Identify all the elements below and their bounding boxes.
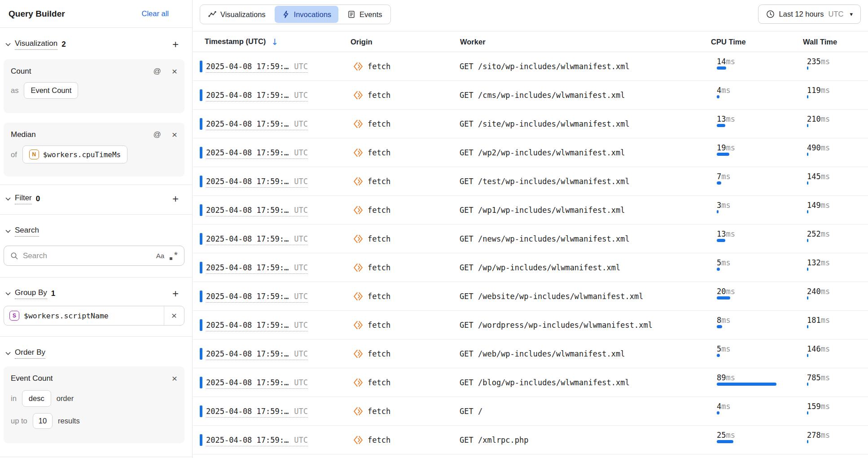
timestamp-value[interactable]: 2025-04-08 17:59:…UTC	[206, 378, 308, 389]
origin-cell: fetch	[353, 61, 390, 72]
visualization-section-header: Visualization 2 +	[0, 38, 192, 51]
order-by-section-header: Order By	[0, 347, 192, 360]
in-label: in	[11, 394, 17, 403]
sort-direction-select[interactable]: desc	[22, 390, 51, 407]
origin-value: fetch	[368, 436, 390, 445]
timestamp-cell: 2025-04-08 17:59:…UTC	[206, 436, 308, 445]
table-row[interactable]: 2025-04-08 17:59:…UTC fetch GET /blog/wp…	[193, 368, 868, 397]
cpu-time-bar	[717, 95, 776, 98]
clock-icon	[766, 10, 775, 18]
timestamp-cell: 2025-04-08 17:59:…UTC	[206, 378, 308, 387]
table-row[interactable]: 2025-04-08 17:59:…UTC fetch GET /test/wp…	[193, 167, 868, 196]
chevron-down-icon[interactable]	[4, 350, 12, 357]
timestamp-value[interactable]: 2025-04-08 17:59:…UTC	[206, 321, 308, 331]
table-row[interactable]: 2025-04-08 17:59:…UTC fetch GET / 4ms 15…	[193, 397, 868, 426]
table-row[interactable]: 2025-04-08 17:59:…UTC fetch GET /wp1/wp-…	[193, 196, 868, 225]
results-toolbar: Visualizations Invocations Events	[193, 0, 868, 31]
timestamp-value[interactable]: 2025-04-08 17:59:…UTC	[206, 263, 308, 274]
timestamp-value[interactable]: 2025-04-08 17:59:…UTC	[206, 234, 308, 245]
cpu-time-bar	[717, 124, 776, 127]
column-header-worker[interactable]: Worker	[460, 37, 486, 46]
remove-order-by-icon[interactable]: ×	[172, 375, 177, 382]
mention-icon[interactable]: @	[153, 67, 161, 76]
table-row[interactable]: 2025-04-08 17:59:…UTC fetch GET /news/wp…	[193, 225, 868, 253]
remove-count-icon[interactable]: ×	[172, 68, 177, 75]
tab-invocations[interactable]: Invocations	[275, 6, 338, 23]
cpu-time-cell: 7ms	[717, 172, 776, 185]
origin-value: fetch	[368, 234, 390, 243]
string-field-icon: S	[9, 311, 19, 321]
table-row[interactable]: 2025-04-08 17:59:…UTC fetch GET /sito/wp…	[193, 52, 868, 81]
table-row[interactable]: 2025-04-08 17:59:…UTC fetch GET /wp/wp-i…	[193, 253, 868, 282]
regex-icon[interactable]: *	[169, 251, 178, 260]
remove-group-by-icon[interactable]: ×	[164, 306, 184, 325]
table-row[interactable]: 2025-04-08 17:59:…UTC fetch GET /wordpre…	[193, 311, 868, 339]
case-sensitive-icon[interactable]: Aa	[156, 252, 164, 260]
median-field-chip[interactable]: N $workers.cpuTimeMs	[22, 145, 127, 163]
add-group-by-button[interactable]: +	[172, 289, 179, 298]
visualization-count: 2	[61, 40, 66, 49]
result-limit-input[interactable]: 10	[33, 413, 53, 429]
table-row[interactable]: 2025-04-08 17:59:…UTC fetch GET /site/wp…	[193, 110, 868, 138]
table-row[interactable]: 2025-04-08 17:59:…UTC fetch GET /cms/wp-…	[193, 81, 868, 110]
chevron-down-icon[interactable]	[4, 195, 12, 203]
column-header-origin[interactable]: Origin	[351, 37, 373, 46]
table-row-partial[interactable]	[193, 454, 868, 458]
timestamp-value[interactable]: 2025-04-08 17:59:…UTC	[206, 436, 308, 446]
column-header-timestamp[interactable]: Timestamp (UTC) ↓	[205, 37, 278, 47]
time-range-selector[interactable]: Last 12 hours UTC ▾	[758, 4, 861, 24]
add-visualization-button[interactable]: +	[172, 40, 179, 49]
table-row[interactable]: 2025-04-08 17:59:…UTC fetch GET /xmlrpc.…	[193, 426, 868, 454]
timestamp-value[interactable]: 2025-04-08 17:59:…UTC	[206, 349, 308, 360]
wall-time-cell: 181ms	[807, 316, 867, 328]
group-by-field-chip[interactable]: S $workers.scriptName ×	[4, 306, 184, 326]
column-header-wall-time[interactable]: Wall Time	[803, 37, 837, 46]
worker-request-cell: GET /sito/wp-includes/wlwmanifest.xml	[460, 62, 630, 71]
tab-events[interactable]: Events	[339, 5, 390, 24]
wall-time-bar	[807, 354, 867, 357]
timestamp-value[interactable]: 2025-04-08 17:59:…UTC	[206, 292, 308, 303]
remove-median-icon[interactable]: ×	[172, 131, 177, 138]
origin-value: fetch	[368, 349, 390, 358]
origin-cell: fetch	[353, 435, 390, 445]
sidebar-divider	[0, 457, 192, 457]
table-row[interactable]: 2025-04-08 17:59:…UTC fetch GET /wp2/wp-…	[193, 138, 868, 167]
mention-icon[interactable]: @	[153, 130, 161, 139]
wall-time-cell: 490ms	[807, 143, 867, 156]
add-filter-button[interactable]: +	[172, 194, 179, 203]
event-count-alias-chip[interactable]: Event Count	[24, 82, 78, 99]
wall-time-cell: 252ms	[807, 229, 867, 242]
cpu-time-bar	[717, 66, 776, 70]
chevron-down-icon[interactable]	[4, 228, 12, 235]
cpu-time-bar	[717, 440, 776, 443]
results-label: results	[58, 417, 80, 425]
timestamp-value[interactable]: 2025-04-08 17:59:…UTC	[206, 62, 308, 73]
wall-time-bar	[807, 239, 867, 242]
tab-visualizations[interactable]: Visualizations	[200, 5, 274, 24]
results-panel: Visualizations Invocations Events	[193, 0, 868, 458]
wall-time-cell: 146ms	[807, 344, 867, 357]
table-row[interactable]: 2025-04-08 17:59:…UTC fetch GET /website…	[193, 282, 868, 311]
timestamp-value[interactable]: 2025-04-08 17:59:…UTC	[206, 91, 308, 101]
search-section-header: Search	[0, 225, 192, 238]
wall-time-bar	[807, 210, 867, 213]
column-header-cpu-time[interactable]: CPU Time	[711, 37, 746, 46]
clear-all-button[interactable]: Clear all	[141, 9, 169, 18]
table-row[interactable]: 2025-04-08 17:59:…UTC fetch GET /web/wp-…	[193, 339, 868, 368]
timestamp-value[interactable]: 2025-04-08 17:59:…UTC	[206, 407, 308, 418]
timestamp-value[interactable]: 2025-04-08 17:59:…UTC	[206, 119, 308, 130]
chevron-down-icon[interactable]	[4, 41, 12, 48]
timestamp-value[interactable]: 2025-04-08 17:59:…UTC	[206, 177, 308, 188]
chevron-down-icon[interactable]	[4, 290, 12, 297]
timestamp-value[interactable]: 2025-04-08 17:59:…UTC	[206, 148, 308, 159]
timestamp-cell: 2025-04-08 17:59:…UTC	[206, 234, 308, 243]
number-field-icon: N	[29, 150, 39, 159]
filter-section-header: Filter 0 +	[0, 192, 192, 206]
query-builder-sidebar: Query Builder Clear all Visualization 2 …	[0, 0, 193, 458]
wall-time-bar	[807, 153, 867, 156]
timestamp-value[interactable]: 2025-04-08 17:59:…UTC	[206, 206, 308, 216]
search-input[interactable]	[23, 251, 152, 260]
wall-time-bar	[807, 181, 867, 185]
workers-icon	[353, 147, 364, 158]
sidebar-divider	[0, 185, 192, 185]
